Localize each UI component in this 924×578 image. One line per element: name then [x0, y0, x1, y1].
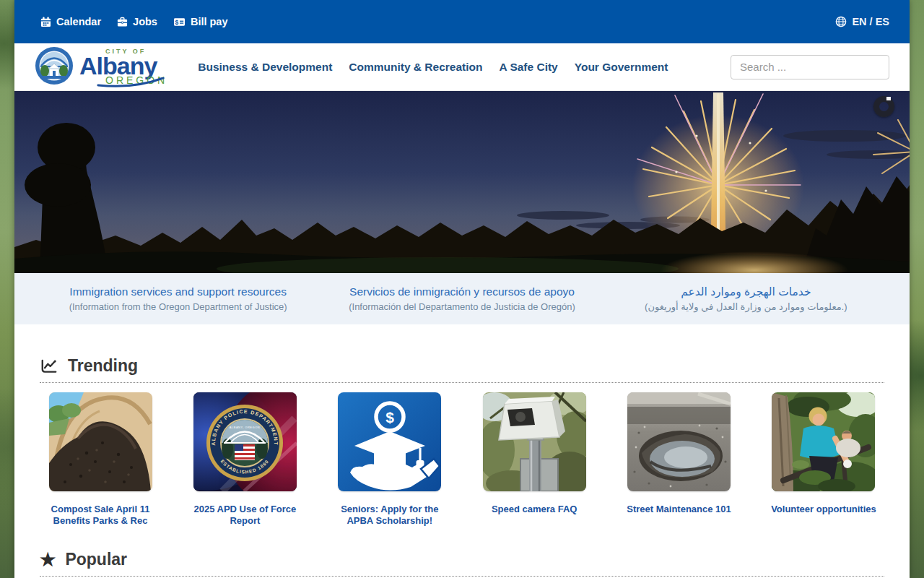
- bill-pay-link[interactable]: $ Bill pay: [173, 16, 228, 27]
- main-nav: Business & Development Community & Recre…: [198, 61, 668, 74]
- bill-pay-icon: $: [173, 17, 186, 27]
- language-toggle-label: EN / ES: [852, 16, 889, 27]
- notice-link-spanish[interactable]: Servicios de inmigración y recursos de a…: [320, 285, 603, 312]
- scholarship-graphic: $: [338, 392, 441, 491]
- logo-wordmark: CITY OF Albany OREGON: [79, 48, 167, 85]
- notice-link-arabic[interactable]: خدمات الهجرة وموارد الدعم (.معلومات وموا…: [604, 285, 888, 312]
- globe-icon: [835, 16, 847, 27]
- card-volunteer-opportunities[interactable]: Volunteer opportunities: [764, 392, 883, 527]
- nav-community-recreation[interactable]: Community & Recreation: [349, 61, 482, 74]
- card-apba-scholarship[interactable]: $ Seniors: Apply for the APBA Scholarshi…: [331, 392, 449, 527]
- notice-title-spanish: Servicios de inmigración y recursos de a…: [320, 285, 603, 298]
- trending-heading-label: Trending: [68, 356, 138, 376]
- pothole-photo: [627, 392, 731, 491]
- calendar-link-label: Calendar: [56, 16, 101, 27]
- card-caption[interactable]: Seniors: Apply for the APBA Scholarship!: [331, 504, 449, 527]
- logo-swoosh: [97, 77, 166, 87]
- albany-police-seal-photo: ALBANY POLICE DEPARTMENT ESTABLISHED 186…: [193, 392, 297, 491]
- calendar-link[interactable]: Calendar: [40, 16, 101, 27]
- speed-camera-photo: [483, 392, 586, 491]
- immigration-notice-bar: Immigration services and support resourc…: [14, 273, 910, 324]
- compost-pile-photo: [49, 392, 152, 491]
- nav-a-safe-city[interactable]: A Safe City: [499, 61, 557, 74]
- jobs-link[interactable]: Jobs: [117, 16, 157, 27]
- card-caption[interactable]: Volunteer opportunities: [771, 504, 876, 515]
- notice-subtitle-spanish: (Información del Departamento de Justici…: [320, 301, 603, 312]
- notice-link-english[interactable]: Immigration services and support resourc…: [36, 285, 320, 312]
- accessibility-widget-icon[interactable]: [873, 96, 894, 117]
- notice-subtitle-arabic: (.معلومات وموارد من وزارة العدل في ولاية…: [604, 301, 888, 312]
- page-container: Calendar Jobs $ Bill pay EN / ES: [14, 0, 910, 578]
- hero-banner: [14, 91, 910, 273]
- card-compost-sale[interactable]: Compost Sale April 11 Benefits Parks & R…: [41, 392, 160, 527]
- bill-pay-link-label: Bill pay: [191, 16, 228, 27]
- site-header: CITY OF Albany OREGON Business & Develop…: [14, 43, 910, 91]
- notice-title-arabic: خدمات الهجرة وموارد الدعم: [604, 285, 888, 298]
- star-icon: ★: [40, 551, 56, 569]
- seal-inner-text: ALBANY, OREGON: [230, 426, 260, 429]
- calendar-icon: [40, 17, 51, 27]
- card-caption[interactable]: Compost Sale April 11 Benefits Parks & R…: [41, 504, 160, 527]
- notice-title-english: Immigration services and support resourc…: [36, 285, 320, 298]
- city-seal-icon: [35, 46, 74, 88]
- city-logo[interactable]: CITY OF Albany OREGON: [35, 46, 167, 88]
- card-caption[interactable]: Speed camera FAQ: [492, 504, 578, 515]
- card-apd-use-of-force[interactable]: ALBANY POLICE DEPARTMENT ESTABLISHED 186…: [186, 392, 304, 527]
- notice-subtitle-english: (Information from the Oregon Department …: [36, 301, 320, 312]
- card-speed-camera-faq[interactable]: Speed camera FAQ: [475, 392, 593, 527]
- svg-text:$: $: [175, 18, 178, 25]
- main-content: Trending: [14, 324, 910, 577]
- search-input[interactable]: [731, 55, 889, 79]
- nav-business-development[interactable]: Business & Development: [198, 61, 332, 74]
- top-links: Calendar Jobs $ Bill pay: [40, 16, 227, 27]
- trending-heading: Trending: [40, 356, 884, 383]
- trending-cards-row: Compost Sale April 11 Benefits Parks & R…: [40, 392, 884, 527]
- card-street-maintenance[interactable]: Street Maintenance 101: [620, 392, 738, 527]
- coin-dollar-symbol: $: [385, 409, 394, 426]
- card-caption[interactable]: 2025 APD Use of Force Report: [186, 504, 304, 527]
- top-utility-bar: Calendar Jobs $ Bill pay EN / ES: [14, 0, 910, 43]
- language-toggle[interactable]: EN / ES: [835, 16, 889, 27]
- volunteers-photo: [772, 392, 875, 491]
- briefcase-icon: [117, 17, 128, 27]
- popular-heading-label: Popular: [65, 550, 127, 569]
- popular-heading: ★ Popular: [40, 550, 884, 577]
- nav-your-government[interactable]: Your Government: [575, 61, 668, 74]
- card-caption[interactable]: Street Maintenance 101: [627, 504, 731, 515]
- fireworks-hero-image: [14, 91, 910, 273]
- jobs-link-label: Jobs: [133, 16, 157, 27]
- trending-chart-icon: [40, 357, 58, 376]
